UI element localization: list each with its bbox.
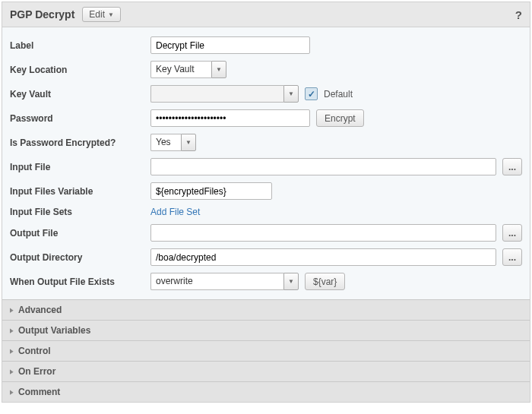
row-password: Password Encrypt bbox=[10, 109, 522, 127]
label-input-files-variable: Input Files Variable bbox=[10, 186, 150, 197]
label-key-vault: Key Vault bbox=[10, 89, 150, 100]
label-input-file-sets: Input File Sets bbox=[10, 207, 150, 217]
accordion-label: Advanced bbox=[18, 305, 62, 315]
row-input-files-variable: Input Files Variable bbox=[10, 182, 522, 200]
key-location-value: Key Vault bbox=[150, 61, 211, 78]
default-checkbox[interactable]: ✓ bbox=[305, 87, 318, 100]
row-key-vault: Key Vault ▼ ✓ Default bbox=[10, 85, 522, 103]
form-body: Label Key Location Key Vault ▼ Key Vault… bbox=[2, 27, 530, 299]
row-input-file-sets: Input File Sets Add File Set bbox=[10, 207, 522, 217]
chevron-right-icon: ▸ bbox=[10, 305, 14, 315]
accordion-comment[interactable]: ▸ Comment bbox=[2, 381, 530, 402]
accordion-label: Control bbox=[18, 346, 51, 356]
row-when-output-file-exists: When Output File Exists overwrite ▼ ${va… bbox=[10, 273, 522, 290]
label-input[interactable] bbox=[150, 36, 310, 54]
accordion-advanced[interactable]: ▸ Advanced bbox=[2, 299, 530, 320]
label-when-exists: When Output File Exists bbox=[10, 277, 150, 287]
chevron-right-icon: ▸ bbox=[10, 325, 14, 336]
output-directory-browse-button[interactable]: ... bbox=[502, 248, 522, 266]
encrypt-button[interactable]: Encrypt bbox=[316, 109, 364, 127]
output-file-input[interactable] bbox=[150, 224, 496, 242]
key-vault-value bbox=[150, 85, 283, 103]
input-file-input[interactable] bbox=[150, 158, 496, 175]
input-file-browse-button[interactable]: ... bbox=[502, 158, 522, 175]
row-input-file: Input File ... bbox=[10, 158, 522, 175]
chevron-right-icon: ▸ bbox=[10, 387, 14, 397]
key-location-select[interactable]: Key Vault ▼ bbox=[150, 61, 226, 78]
chevron-down-icon: ▼ bbox=[108, 11, 114, 18]
accordion-output-variables[interactable]: ▸ Output Variables bbox=[2, 320, 530, 340]
chevron-down-icon[interactable]: ▼ bbox=[211, 61, 226, 78]
label-key-location: Key Location bbox=[10, 65, 150, 75]
row-label: Label bbox=[10, 36, 522, 54]
chevron-down-icon[interactable]: ▼ bbox=[181, 134, 196, 151]
default-label: Default bbox=[324, 89, 353, 100]
var-button[interactable]: ${var} bbox=[305, 273, 345, 290]
chevron-right-icon: ▸ bbox=[10, 346, 14, 356]
when-exists-select[interactable]: overwrite ▼ bbox=[150, 273, 299, 290]
edit-button-label: Edit bbox=[89, 9, 105, 20]
row-output-directory: Output Directory ... bbox=[10, 248, 522, 266]
label-output-file: Output File bbox=[10, 228, 150, 239]
label-label: Label bbox=[10, 40, 150, 51]
output-file-browse-button[interactable]: ... bbox=[502, 224, 522, 242]
help-icon[interactable]: ? bbox=[515, 8, 522, 21]
is-password-encrypted-select[interactable]: Yes ▼ bbox=[150, 134, 196, 151]
row-key-location: Key Location Key Vault ▼ bbox=[10, 61, 522, 78]
accordion-label: Comment bbox=[18, 387, 60, 397]
input-files-variable-input[interactable] bbox=[150, 182, 272, 200]
pgp-decrypt-panel: PGP Decrypt Edit ▼ ? Label Key Location … bbox=[2, 2, 530, 403]
chevron-right-icon: ▸ bbox=[10, 366, 14, 377]
chevron-down-icon[interactable]: ▼ bbox=[283, 85, 299, 103]
accordion-label: Output Variables bbox=[18, 325, 90, 336]
is-password-encrypted-value: Yes bbox=[150, 134, 181, 151]
label-input-file: Input File bbox=[10, 162, 150, 172]
row-is-password-encrypted: Is Password Encrypted? Yes ▼ bbox=[10, 134, 522, 151]
output-directory-input[interactable] bbox=[150, 248, 496, 266]
accordion-control[interactable]: ▸ Control bbox=[2, 340, 530, 361]
add-file-set-link[interactable]: Add File Set bbox=[150, 207, 200, 217]
when-exists-value: overwrite bbox=[150, 273, 283, 290]
chevron-down-icon[interactable]: ▼ bbox=[283, 273, 299, 290]
row-output-file: Output File ... bbox=[10, 224, 522, 242]
password-input[interactable] bbox=[150, 109, 310, 127]
edit-button[interactable]: Edit ▼ bbox=[82, 7, 121, 22]
key-vault-select[interactable]: ▼ bbox=[150, 85, 299, 103]
panel-header: PGP Decrypt Edit ▼ ? bbox=[2, 2, 530, 27]
label-password: Password bbox=[10, 113, 150, 124]
label-output-directory: Output Directory bbox=[10, 252, 150, 263]
panel-title: PGP Decrypt bbox=[10, 8, 74, 21]
label-isenc: Is Password Encrypted? bbox=[10, 137, 150, 148]
accordion-label: On Error bbox=[18, 366, 55, 377]
accordion-on-error[interactable]: ▸ On Error bbox=[2, 361, 530, 381]
